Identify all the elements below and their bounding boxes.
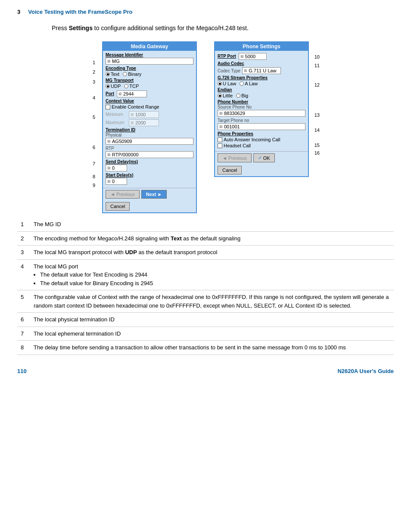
encoding-binary-option[interactable]: Binary: [123, 72, 141, 77]
media-gateway-dialog-wrapper: 1 2 3 4 5 6 7 8 9 Media Gateway Message …: [102, 41, 197, 213]
rtp-port-label: RTP Port: [218, 54, 236, 59]
label-13: 13: [314, 112, 320, 118]
prev-arrow-icon: ◄: [110, 192, 115, 197]
page-number: 110: [17, 368, 27, 374]
mg-next-button[interactable]: Next ►: [141, 190, 167, 199]
enable-context-range-option[interactable]: Enable Context Range: [106, 104, 193, 109]
phone-properties-group: Phone Properties Auto Answer Incoming Ca…: [218, 131, 305, 148]
rtp-input[interactable]: ⊞ RTP/000000: [106, 151, 193, 158]
mg-input[interactable]: ⊞ MG: [106, 58, 193, 65]
endian-big-radio[interactable]: [236, 93, 240, 98]
phone-number-label: Phone Number: [218, 100, 305, 104]
label-6: 6: [93, 145, 95, 150]
transport-udp-radio[interactable]: [106, 84, 110, 88]
rtp-port-group: RTP Port ⊞ 5000: [218, 53, 305, 60]
label-8: 8: [93, 174, 95, 179]
mg-previous-button[interactable]: ◄ Previous: [106, 190, 140, 199]
chapter-title: Voice Testing with the FrameScope Pro: [28, 9, 132, 15]
rtp-port-icon: ⊞: [240, 54, 244, 59]
endian-radio-group: Little Big: [218, 93, 305, 98]
ref-text-3: The local MG transport protocol with UDP…: [30, 246, 394, 260]
a-law-radio[interactable]: [240, 81, 244, 86]
chapter-number: 3: [17, 9, 20, 15]
endian-little-option[interactable]: Little: [218, 93, 233, 98]
target-phone-input[interactable]: ⊞ 001001: [218, 123, 305, 130]
transport-tcp-option[interactable]: TCP: [124, 84, 139, 89]
g726-label: G.726 Stream Properties: [218, 75, 305, 80]
media-gateway-title: Media Gateway: [103, 42, 196, 51]
send-delay-input[interactable]: ⊞ 0: [106, 165, 127, 171]
minimum-input[interactable]: ⊞ 1000: [129, 111, 159, 118]
u-law-radio[interactable]: [218, 81, 222, 86]
target-phone-label: Target Phone no: [218, 118, 305, 123]
ok-check-icon: ✓: [258, 155, 262, 161]
send-delay-group: Send Delay(ms) ⊞ 0: [106, 159, 193, 171]
chapter-heading: 3 Voice Testing with the FrameScope Pro: [17, 9, 133, 15]
endian-big-option[interactable]: Big: [236, 93, 248, 98]
ps-cancel-button[interactable]: Cancel: [218, 166, 242, 174]
encoding-type-group: Encoding Type Text Binary: [106, 66, 193, 77]
dialogs-area: 1 2 3 4 5 6 7 8 9 Media Gateway Message …: [55, 41, 356, 213]
port-input[interactable]: ⊞ 2944: [117, 90, 147, 97]
port-label: Port: [106, 91, 114, 96]
endian-little-radio[interactable]: [218, 93, 222, 98]
g726-group: G.726 Stream Properties U Law A Law Endi…: [218, 75, 305, 98]
g726-radio-group: U Law A Law: [218, 81, 305, 86]
maximum-input[interactable]: ⊞ 2000: [129, 119, 159, 126]
label-11: 11: [314, 63, 320, 68]
label-2: 2: [93, 69, 95, 75]
mg-transport-group: MG Transport UDP TCP Port: [106, 78, 193, 97]
ref-text-2: The encoding method for Megaco/H.248 sig…: [30, 231, 394, 246]
codec-type-input[interactable]: ⊞ G.711 U Law: [242, 67, 281, 74]
start-delay-input[interactable]: ⊞ 0: [106, 178, 127, 185]
ref-num-2: 2: [17, 231, 30, 246]
ref-row-5: 5 The configurable value of Context with…: [17, 290, 394, 313]
auto-answer-checkbox[interactable]: [218, 137, 222, 142]
physical-input[interactable]: ⊞ AG50909: [106, 138, 193, 145]
min-icon: ⊞: [131, 112, 134, 117]
a-law-option[interactable]: A Law: [240, 81, 258, 86]
ref-row-1: 1 The MG ID: [17, 218, 394, 231]
mg-cancel-button[interactable]: Cancel: [106, 202, 130, 211]
message-identifier-label: Message Identifier: [106, 53, 193, 57]
ref-text-7: The local ephemeral termination ID: [30, 327, 394, 341]
message-identifier-group: Message Identifier ⊞ MG: [106, 53, 193, 65]
auto-answer-option[interactable]: Auto Answer Incoming Call: [218, 137, 305, 142]
u-law-option[interactable]: U Law: [218, 81, 236, 86]
transport-udp-option[interactable]: UDP: [106, 84, 121, 89]
encoding-text-option[interactable]: Text: [106, 72, 119, 77]
audio-codec-group: Audio Codec Codec Type ⊞ G.711 U Law: [218, 61, 305, 74]
encoding-type-label: Encoding Type: [106, 66, 193, 71]
transport-tcp-radio[interactable]: [124, 84, 128, 88]
label-16: 16: [314, 150, 320, 156]
label-1: 1: [93, 60, 95, 65]
ref-num-4: 4: [17, 259, 30, 290]
source-phone-input[interactable]: ⊞ 88330629: [218, 110, 305, 117]
encoding-text-radio[interactable]: [106, 72, 110, 76]
start-delay-label: Start Delay(s): [106, 173, 193, 177]
headset-call-checkbox[interactable]: [218, 143, 222, 148]
enable-context-checkbox[interactable]: [106, 105, 110, 109]
ps-ok-button[interactable]: ✓ OK: [253, 153, 275, 162]
headset-call-option[interactable]: Headset Call: [218, 143, 305, 148]
start-delay-group: Start Delay(s) ⊞ 0: [106, 173, 193, 185]
source-phone-label: Source Phone No: [218, 105, 305, 109]
encoding-radio-group: Text Binary: [106, 72, 193, 77]
encoding-binary-radio[interactable]: [123, 72, 127, 76]
label-4: 4: [93, 95, 95, 100]
start-delay-icon: ⊞: [107, 179, 111, 184]
ref-row-3: 3 The local MG transport protocol with U…: [17, 246, 394, 260]
termination-id-label: Termination ID: [106, 128, 193, 132]
send-delay-label: Send Delay(ms): [106, 159, 193, 164]
ref-row-7: 7 The local ephemeral termination ID: [17, 327, 394, 341]
maximum-label: Maximum: [106, 120, 127, 125]
physical-sublabel: Physical: [106, 133, 193, 137]
phone-settings-dialog-wrapper: 10 11 12 13 14 15 16 Phone Settings RTP …: [214, 41, 309, 213]
ref-text-4: The local MG port The default value for …: [30, 259, 394, 290]
context-value-group: Context Value Enable Context Range Minim…: [106, 99, 193, 126]
rtp-port-input[interactable]: ⊞ 5000: [239, 53, 267, 60]
phone-settings-body: RTP Port ⊞ 5000 Audio Codec Codec Type ⊞: [215, 51, 308, 151]
ps-previous-button[interactable]: ◄ Previous: [218, 153, 252, 162]
label-5: 5: [93, 115, 95, 120]
rtp-icon: ⊞: [107, 152, 111, 157]
